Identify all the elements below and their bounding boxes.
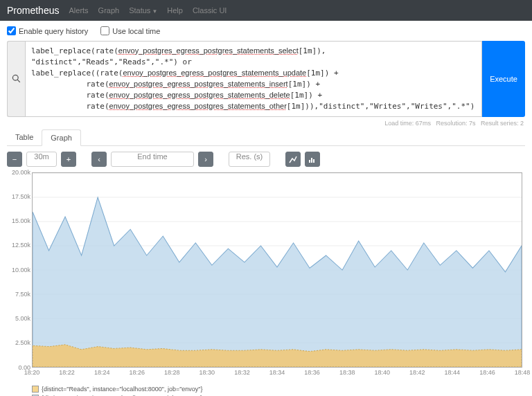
legend-swatch-reads [32, 386, 39, 393]
resolution: Resolution: 7s [436, 120, 475, 127]
search-icon [7, 41, 25, 117]
graph-toolbar: − 30m + ‹ End time › Res. (s) [0, 146, 532, 172]
execute-button[interactable]: Execute [482, 41, 525, 117]
navbar: Prometheus Alerts Graph Status▼ Help Cla… [0, 0, 532, 21]
svg-rect-1 [311, 158, 312, 163]
result-series: Result series: 2 [481, 120, 524, 127]
legend: {distinct="Reads", instance="localhost:8… [32, 386, 525, 396]
linear-plot-button[interactable] [285, 152, 301, 167]
range-input[interactable]: 30m [26, 152, 57, 167]
use-local-time-option[interactable]: Use local time [100, 26, 160, 35]
enable-history-checkbox[interactable] [7, 26, 16, 35]
endtime-next-button[interactable]: › [198, 152, 213, 167]
nav-graph[interactable]: Graph [98, 6, 120, 15]
resolution-input[interactable]: Res. (s) [229, 152, 270, 167]
y-axis-labels: 0.002.50k5.00k7.50k10.00k12.50k15.00k17.… [7, 172, 32, 368]
view-tabs: Table Graph [7, 129, 525, 146]
load-time: Load time: 67ms [384, 120, 431, 127]
result-meta: Load time: 67ms Resolution: 7s Result se… [0, 117, 532, 129]
chart-plot-area[interactable] [32, 172, 522, 368]
range-decrease-button[interactable]: − [7, 152, 22, 167]
nav-alerts[interactable]: Alerts [69, 6, 88, 15]
svg-rect-0 [309, 160, 310, 163]
query-row: label_replace(rate(envoy_postgres_egress… [7, 41, 525, 117]
query-editor[interactable]: label_replace(rate(envoy_postgres_egress… [25, 41, 482, 117]
tab-table[interactable]: Table [7, 129, 42, 145]
tab-graph[interactable]: Graph [42, 129, 81, 146]
chart: 0.002.50k5.00k7.50k10.00k12.50k15.00k17.… [7, 172, 525, 380]
endtime-prev-button[interactable]: ‹ [91, 152, 107, 167]
options-row: Enable query history Use local time [0, 21, 532, 41]
range-increase-button[interactable]: + [61, 152, 76, 167]
x-axis-labels: 18:2018:2218:2418:2618:2818:3018:3218:34… [32, 369, 522, 380]
nav-help[interactable]: Help [167, 6, 183, 15]
legend-reads[interactable]: {distinct="Reads", instance="localhost:8… [32, 386, 525, 393]
brand: Prometheus [7, 5, 59, 16]
enable-history-option[interactable]: Enable query history [7, 26, 88, 35]
svg-rect-2 [313, 159, 314, 163]
nav-status[interactable]: Status▼ [129, 6, 157, 15]
use-local-time-checkbox[interactable] [100, 26, 109, 35]
stacked-plot-button[interactable] [305, 152, 320, 167]
chevron-down-icon: ▼ [152, 8, 157, 15]
endtime-input[interactable]: End time [111, 152, 194, 167]
nav-classic[interactable]: Classic UI [193, 6, 227, 15]
